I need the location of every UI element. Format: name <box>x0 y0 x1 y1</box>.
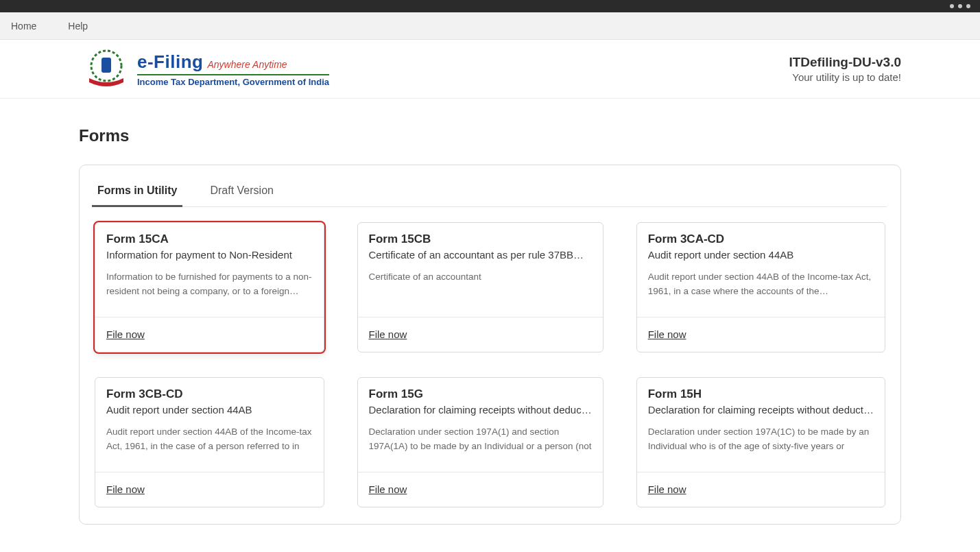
version-name: ITDefiling-DU-v3.0 <box>789 55 901 70</box>
card-footer: File now <box>358 317 603 352</box>
card-description: Certificate of an accountant <box>369 270 592 285</box>
card-subtitle: Audit report under section 44AB <box>106 404 313 416</box>
card-title: Form 15G <box>369 387 592 401</box>
form-card: Form 15CAInformation for payment to Non-… <box>95 222 324 352</box>
card-title: Form 3CB-CD <box>106 387 313 401</box>
form-card: Form 3CA-CDAudit report under section 44… <box>636 222 885 352</box>
file-now-link[interactable]: File now <box>648 483 686 495</box>
card-footer: File now <box>95 472 324 507</box>
window-titlebar <box>0 0 980 12</box>
card-subtitle: Declaration for claiming receipts withou… <box>369 404 592 416</box>
card-body: Form 3CB-CDAudit report under section 44… <box>95 378 324 472</box>
brand-subtitle: Income Tax Department, Government of Ind… <box>137 77 329 87</box>
form-card: Form 15HDeclaration for claiming receipt… <box>636 377 885 507</box>
menubar: Home Help <box>0 12 980 40</box>
version-status: Your utility is up to date! <box>789 71 901 83</box>
file-now-link[interactable]: File now <box>648 328 686 340</box>
window-control-dot[interactable] <box>950 4 954 8</box>
card-title: Form 15CB <box>369 232 592 246</box>
brand-tagline: Anywhere Anytime <box>207 59 287 70</box>
file-now-link[interactable]: File now <box>369 483 407 495</box>
tab-draft-version[interactable]: Draft Version <box>208 178 274 206</box>
file-now-link[interactable]: File now <box>106 328 145 340</box>
app-header: e-Filing Anywhere Anytime Income Tax Dep… <box>0 40 980 99</box>
tabs: Forms in UtilityDraft Version <box>93 178 887 207</box>
card-body: Form 3CA-CDAudit report under section 44… <box>637 223 885 317</box>
tab-forms-in-utility[interactable]: Forms in Utility <box>96 178 178 206</box>
menu-help[interactable]: Help <box>68 21 88 32</box>
window-control-dot[interactable] <box>966 4 970 8</box>
card-subtitle: Declaration for claiming receipts withou… <box>648 404 874 416</box>
card-description: Declaration under section 197A(1C) to be… <box>648 425 874 454</box>
version-block: ITDefiling-DU-v3.0 Your utility is up to… <box>789 55 901 83</box>
forms-panel: Forms in UtilityDraft Version Form 15CAI… <box>79 165 901 525</box>
card-description: Audit report under section 44AB of the I… <box>648 270 874 299</box>
card-footer: File now <box>95 317 324 352</box>
card-footer: File now <box>637 317 885 352</box>
card-subtitle: Information for payment to Non-Resident <box>106 249 313 261</box>
card-body: Form 15CBCertificate of an accountant as… <box>358 223 603 317</box>
form-card: Form 15GDeclaration for claiming receipt… <box>357 377 603 507</box>
card-title: Form 15H <box>648 387 874 401</box>
file-now-link[interactable]: File now <box>369 328 407 340</box>
cards-grid: Form 15CAInformation for payment to Non-… <box>93 222 887 507</box>
card-description: Declaration under section 197A(1) and se… <box>369 425 592 454</box>
form-card: Form 15CBCertificate of an accountant as… <box>357 222 603 352</box>
card-description: Information to be furnished for payments… <box>106 270 313 299</box>
window-control-dot[interactable] <box>958 4 962 8</box>
card-subtitle: Certificate of an accountant as per rule… <box>369 249 592 261</box>
svg-rect-1 <box>101 58 111 73</box>
file-now-link[interactable]: File now <box>106 483 145 495</box>
card-footer: File now <box>637 472 885 507</box>
card-title: Form 15CA <box>106 232 313 246</box>
card-body: Form 15GDeclaration for claiming receipt… <box>358 378 603 472</box>
card-body: Form 15CAInformation for payment to Non-… <box>95 223 324 317</box>
brand-title: e-Filing <box>137 51 203 73</box>
brand-text: e-Filing Anywhere Anytime Income Tax Dep… <box>137 51 329 87</box>
card-description: Audit report under section 44AB of the I… <box>106 425 313 454</box>
menu-home[interactable]: Home <box>11 21 36 32</box>
card-body: Form 15HDeclaration for claiming receipt… <box>637 378 885 472</box>
main-content: Forms Forms in UtilityDraft Version Form… <box>0 99 980 538</box>
card-footer: File now <box>358 472 603 507</box>
brand-block: e-Filing Anywhere Anytime Income Tax Dep… <box>82 48 329 91</box>
govt-emblem-icon <box>82 48 130 91</box>
card-subtitle: Audit report under section 44AB <box>648 249 874 261</box>
card-title: Form 3CA-CD <box>648 232 874 246</box>
page-title: Forms <box>79 126 901 145</box>
form-card: Form 3CB-CDAudit report under section 44… <box>95 377 324 507</box>
